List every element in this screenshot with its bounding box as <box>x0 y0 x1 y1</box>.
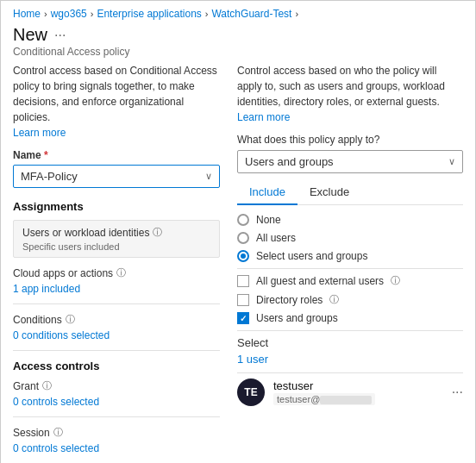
access-controls-title: Access controls <box>13 360 220 372</box>
page-header: New ··· Conditional Access policy <box>1 23 475 63</box>
cloud-apps-row: Cloud apps or actions ⓘ <box>13 266 220 279</box>
include-exclude-tabs: Include Exclude <box>237 180 463 205</box>
conditions-info-icon[interactable]: ⓘ <box>66 313 75 326</box>
options-divider <box>237 268 463 269</box>
page-title: New <box>13 25 47 45</box>
breadcrumb-watchguard[interactable]: WatchGuard-Test <box>211 8 291 20</box>
tab-exclude[interactable]: Exclude <box>298 180 361 205</box>
conditions-link[interactable]: 0 conditions selected <box>13 329 220 351</box>
breadcrumb-wgo365[interactable]: wgo365 <box>51 8 87 20</box>
checkbox-directory-roles-input[interactable] <box>237 294 249 306</box>
policy-applies-label: What does this policy apply to? <box>237 134 463 146</box>
page-subtitle: Conditional Access policy <box>13 46 463 58</box>
option-select-users[interactable]: Select users and groups <box>237 250 463 262</box>
breadcrumb: Home › wgo365 › Enterprise applications … <box>1 1 475 23</box>
name-input[interactable]: MFA-Policy ∨ <box>13 165 220 188</box>
radio-select-users[interactable] <box>237 250 249 262</box>
breadcrumb-home[interactable]: Home <box>13 8 41 20</box>
session-link[interactable]: 0 controls selected <box>13 442 220 463</box>
checkbox-directory-roles[interactable]: Directory roles ⓘ <box>237 293 463 306</box>
users-assignment-item[interactable]: Users or workload identities ⓘ Specific … <box>13 220 220 258</box>
breadcrumb-enterprise-apps[interactable]: Enterprise applications <box>97 8 201 20</box>
name-field-label: Name * <box>13 149 220 161</box>
user-name: testuser <box>273 379 443 392</box>
cloud-apps-info-icon[interactable]: ⓘ <box>116 266 126 279</box>
guest-info-icon[interactable]: ⓘ <box>391 274 400 287</box>
name-chevron-icon: ∨ <box>205 171 212 182</box>
conditions-row: Conditions ⓘ <box>13 313 220 326</box>
left-column: Control access based on Conditional Acce… <box>13 63 220 463</box>
email-blur <box>320 396 372 404</box>
users-item-title: Users or workload identities ⓘ <box>22 226 210 239</box>
right-column: Control access based on who the policy w… <box>237 63 463 463</box>
grant-link[interactable]: 0 controls selected <box>13 396 220 417</box>
left-learn-more-link[interactable]: Learn more <box>13 127 66 139</box>
select-count[interactable]: 1 user <box>237 353 463 366</box>
user-email: testuser@ <box>273 393 375 405</box>
users-item-sub: Specific users included <box>22 241 210 252</box>
user-more-icon[interactable]: ··· <box>452 385 463 400</box>
policy-applies-dropdown[interactable]: Users and groups ∨ <box>237 150 463 173</box>
avatar: TE <box>237 379 265 406</box>
user-row: TE testuser testuser@ ··· <box>237 372 463 411</box>
tab-include[interactable]: Include <box>237 180 298 205</box>
users-info-icon[interactable]: ⓘ <box>153 226 162 239</box>
option-all-users[interactable]: All users <box>237 232 463 244</box>
checkbox-guest-external-input[interactable] <box>237 275 249 287</box>
checkbox-guest-external[interactable]: All guest and external users ⓘ <box>237 274 463 287</box>
grant-info-icon[interactable]: ⓘ <box>42 379 52 392</box>
select-label: Select <box>237 336 463 349</box>
dropdown-chevron-icon: ∨ <box>448 156 455 167</box>
radio-all-users[interactable] <box>237 232 249 244</box>
checkboxes-divider <box>237 330 463 331</box>
option-none[interactable]: None <box>237 214 463 226</box>
right-description: Control access based on who the policy w… <box>237 63 463 125</box>
main-content: Control access based on Conditional Acce… <box>1 63 475 463</box>
session-info-icon[interactable]: ⓘ <box>53 426 63 439</box>
grant-row: Grant ⓘ <box>13 379 220 392</box>
user-info: testuser testuser@ <box>273 379 443 405</box>
required-indicator: * <box>44 149 48 161</box>
session-row: Session ⓘ <box>13 426 220 439</box>
radio-none[interactable] <box>237 214 249 226</box>
right-learn-more-link[interactable]: Learn more <box>237 111 290 123</box>
directory-info-icon[interactable]: ⓘ <box>329 293 339 306</box>
more-options-icon[interactable]: ··· <box>54 28 66 43</box>
checkbox-users-groups[interactable]: Users and groups <box>237 312 463 324</box>
checkbox-users-groups-input[interactable] <box>237 312 249 324</box>
left-description: Control access based on Conditional Acce… <box>13 63 220 141</box>
assignments-title: Assignments <box>13 200 220 213</box>
cloud-apps-link[interactable]: 1 app included <box>13 283 220 304</box>
